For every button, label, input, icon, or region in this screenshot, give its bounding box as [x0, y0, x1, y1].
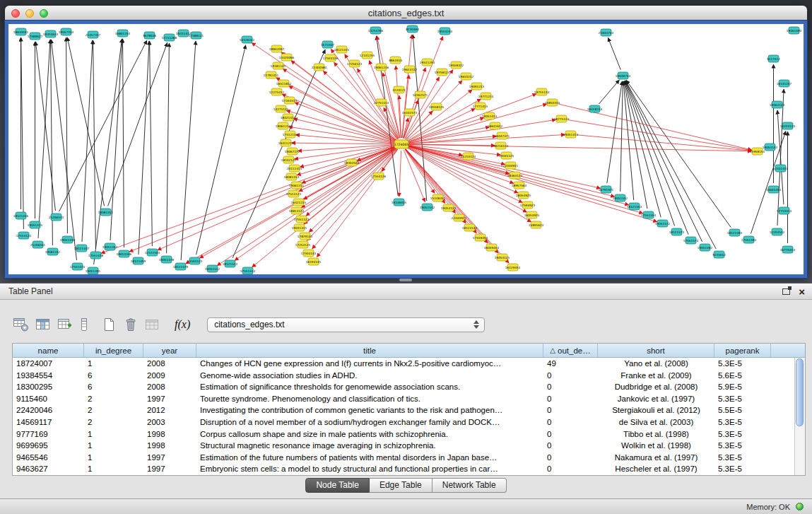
table-cell[interactable]: 0	[543, 370, 598, 382]
table-cell[interactable]: 9777169	[13, 428, 84, 440]
table-cell[interactable]: 22420046	[13, 404, 84, 416]
table-cell[interactable]: Embryonic stem cells: a model to study s…	[196, 463, 543, 475]
table-cell[interactable]: 0	[543, 463, 598, 475]
table-cell[interactable]: de Silva et al. (2003)	[598, 416, 714, 428]
table-cell[interactable]: Yano et al. (2008)	[598, 358, 714, 370]
table-row[interactable]: 1938455462009Genome-wide association stu…	[13, 370, 794, 382]
table-row[interactable]: 1456911722003Disruption of a novel membe…	[13, 416, 794, 428]
table-cell[interactable]: 5.9E-5	[714, 381, 771, 393]
table-row[interactable]: 2242004622012Investigating the contribut…	[13, 404, 794, 416]
table-cell[interactable]: 1998	[143, 440, 196, 452]
table-cell[interactable]: Stergiakouli et al. (2012)	[598, 404, 714, 416]
table-cell[interactable]: Genome-wide association studies in ADHD.	[196, 370, 543, 382]
table-cell[interactable]: Franke et al. (2009)	[598, 370, 714, 382]
table-cell[interactable]: Structural magnetic resonance image aver…	[196, 440, 543, 452]
table-cell[interactable]: 0	[543, 440, 598, 452]
table-cell[interactable]: Estimation of significance thresholds fo…	[196, 381, 543, 393]
column-header-in_degree[interactable]: in_degree	[84, 344, 143, 357]
table-row[interactable]: 911546021997Tourette syndrome. Phenomeno…	[13, 393, 794, 405]
table-cell[interactable]: Corpus callosum shape and size in male p…	[196, 428, 543, 440]
table-cell[interactable]: Hescheler et al. (1997)	[598, 463, 714, 475]
table-cell[interactable]: 0	[543, 381, 598, 393]
table-cell[interactable]: 1	[84, 358, 143, 370]
table-cell[interactable]: 1998	[143, 428, 196, 440]
scrollbar-thumb[interactable]	[796, 358, 804, 426]
table-cell[interactable]: 0	[543, 404, 598, 416]
network-graph[interactable]: 1863004117588627183546241905733421457337…	[8, 24, 804, 274]
table-cell[interactable]: Estimation of the future numbers of pati…	[196, 452, 543, 464]
float-panel-icon[interactable]	[782, 288, 790, 295]
tab-node-table[interactable]: Node Table	[305, 478, 370, 493]
table-cell[interactable]: 19384554	[13, 370, 84, 382]
table-row[interactable]: 1830029562008Estimation of significance …	[13, 381, 794, 393]
table-cell[interactable]: Tibbo et al. (1998)	[598, 428, 714, 440]
table-cell[interactable]: 5.3E-5	[714, 393, 771, 405]
table-cell[interactable]: 0	[543, 428, 598, 440]
tab-edge-table[interactable]: Edge Table	[370, 478, 433, 493]
panel-divider-grip[interactable]	[399, 279, 412, 281]
tab-network-table[interactable]: Network Table	[433, 478, 507, 493]
import-table-icon[interactable]	[144, 316, 161, 333]
table-cell[interactable]: 9699695	[13, 440, 84, 452]
minimize-window-button[interactable]	[25, 9, 34, 18]
table-cell[interactable]: 1	[84, 440, 143, 452]
column-header-name[interactable]: name	[13, 344, 84, 357]
table-cell[interactable]: 14569117	[13, 416, 84, 428]
table-cell[interactable]: 6	[84, 381, 143, 393]
table-cell[interactable]: 18300295	[13, 381, 84, 393]
table-row[interactable]: 946554611997Estimation of the future num…	[13, 452, 794, 464]
new-table-icon[interactable]	[100, 316, 117, 333]
table-cell[interactable]: 0	[543, 393, 598, 405]
table-settings-icon[interactable]	[13, 316, 30, 333]
table-cell[interactable]: Dudbridge et al. (2008)	[598, 381, 714, 393]
table-row[interactable]: 969969511998Structural magnetic resonanc…	[13, 440, 794, 452]
table-cell[interactable]: 2	[84, 404, 143, 416]
close-panel-icon[interactable]: ×	[799, 286, 805, 297]
table-cell[interactable]: 1	[84, 452, 143, 464]
table-cell[interactable]: 2009	[143, 370, 196, 382]
table-cell[interactable]: Jankovic et al. (1997)	[598, 393, 714, 405]
column-header-out_de[interactable]: △out_de…	[543, 344, 598, 357]
table-cell[interactable]: 1	[84, 463, 143, 475]
table-cell[interactable]: 5.3E-5	[714, 416, 771, 428]
table-cell[interactable]: 2012	[143, 404, 196, 416]
single-column-icon[interactable]	[78, 316, 90, 333]
table-cell[interactable]: 1997	[143, 463, 196, 475]
table-source-select[interactable]: citations_edges.txt	[207, 317, 485, 332]
table-cell[interactable]: 5.5E-5	[714, 404, 771, 416]
table-cell[interactable]: 2008	[143, 358, 196, 370]
table-cell[interactable]: Investigating the contribution of common…	[196, 404, 543, 416]
table-cell[interactable]: 9465546	[13, 452, 84, 464]
table-cell[interactable]: 2008	[143, 381, 196, 393]
show-columns-icon[interactable]	[35, 316, 52, 333]
table-row[interactable]: 946362711997Embryonic stem cells: a mode…	[13, 463, 794, 475]
table-cell[interactable]: 5.6E-5	[714, 370, 771, 382]
table-cell[interactable]: 9115460	[13, 393, 84, 405]
table-cell[interactable]: Nakamura et al. (1997)	[598, 452, 714, 464]
column-header-title[interactable]: title	[196, 344, 543, 357]
table-cell[interactable]: 5.3E-5	[714, 440, 771, 452]
table-cell[interactable]: 9463627	[13, 463, 84, 475]
table-cell[interactable]: Tourette syndrome. Phenomenology and cla…	[196, 393, 543, 405]
table-cell[interactable]: 0	[543, 416, 598, 428]
table-cell[interactable]: Wolkin et al. (1998)	[598, 440, 714, 452]
table-row[interactable]: 977716911998Corpus callosum shape and si…	[13, 428, 794, 440]
table-cell[interactable]: 2003	[143, 416, 196, 428]
column-header-short[interactable]: short	[598, 344, 714, 357]
table-cell[interactable]: 0	[543, 452, 598, 464]
create-column-icon[interactable]	[57, 316, 73, 333]
table-cell[interactable]: 5.3E-5	[714, 358, 771, 370]
memory-status-indicator[interactable]	[796, 503, 804, 510]
table-cell[interactable]: 2	[84, 393, 143, 405]
delete-table-icon[interactable]	[122, 316, 139, 333]
table-cell[interactable]: 1997	[143, 452, 196, 464]
table-cell[interactable]: 18724007	[13, 358, 84, 370]
table-row[interactable]: 1872400712008Changes of HCN gene express…	[13, 358, 794, 370]
function-builder-icon[interactable]: f(x)	[175, 318, 190, 331]
table-vertical-scrollbar[interactable]	[794, 358, 805, 475]
table-cell[interactable]: 49	[543, 358, 598, 370]
table-cell[interactable]: 5.3E-5	[714, 428, 771, 440]
close-window-button[interactable]	[11, 9, 20, 18]
table-cell[interactable]: 6	[84, 370, 143, 382]
table-cell[interactable]: 5.3E-5	[714, 463, 771, 475]
